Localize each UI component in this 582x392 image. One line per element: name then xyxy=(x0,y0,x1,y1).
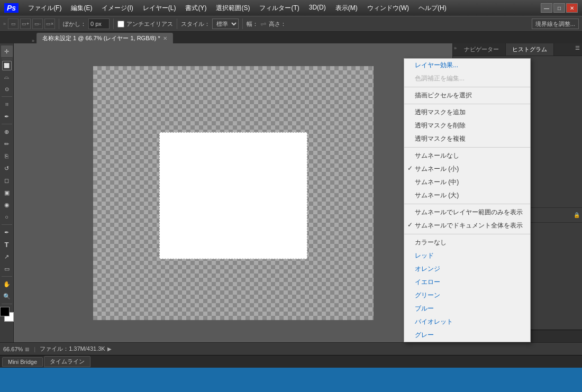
ctx-thumb-none[interactable]: サムネールなし xyxy=(404,149,530,162)
maximize-button[interactable]: □ xyxy=(553,3,565,13)
panel-expand-icon[interactable]: » xyxy=(453,43,458,56)
lasso-tool[interactable]: ⌓ xyxy=(1,71,13,83)
ctx-color-red[interactable]: レッド xyxy=(404,249,530,262)
menu-3d[interactable]: 3D(D) xyxy=(305,3,330,14)
menu-help[interactable]: ヘルプ(H) xyxy=(414,3,451,14)
add-select-icon[interactable]: ▭+ xyxy=(20,19,31,29)
gradient-tool[interactable]: ▣ xyxy=(1,187,13,198)
menu-type[interactable]: 書式(Y) xyxy=(181,3,211,14)
tab-bar: » 名称未設定 1 @ 66.7% (レイヤー 1, RGB/8) * ✕ xyxy=(0,32,582,43)
menu-edit[interactable]: 編集(E) xyxy=(67,3,96,14)
move-tool[interactable]: ✛ xyxy=(1,45,13,57)
hand-tool[interactable]: ✋ xyxy=(1,278,13,290)
tab-histogram[interactable]: ヒストグラム xyxy=(506,43,554,56)
ctx-thumb-doc-bounds[interactable]: サムネールでドキュメント全体を表示 xyxy=(404,219,530,232)
shape-tool[interactable]: ▭ xyxy=(1,263,13,275)
menu-image[interactable]: イメージ(I) xyxy=(97,3,137,14)
close-button[interactable]: ✕ xyxy=(566,3,578,13)
options-expand-icon[interactable]: » xyxy=(3,21,6,26)
tool-sep-3 xyxy=(2,124,12,124)
quick-select-tool[interactable]: ⊙ xyxy=(1,83,13,95)
menu-layer[interactable]: レイヤー(L) xyxy=(139,3,180,14)
ctx-color-blue[interactable]: ブルー xyxy=(404,302,530,315)
antialias-label: アンチエイリアス xyxy=(126,20,173,28)
zoom-level: 66.67% xyxy=(3,346,23,352)
timeline-tab[interactable]: タイムライン xyxy=(44,356,90,367)
menu-view[interactable]: 表示(M) xyxy=(331,3,362,14)
intersect-select-icon[interactable]: ▭× xyxy=(44,19,55,29)
spot-heal-tool[interactable]: ⊕ xyxy=(1,126,13,138)
menu-select[interactable]: 選択範囲(S) xyxy=(212,3,254,14)
width-swap-icon[interactable]: ⇌ xyxy=(260,20,267,28)
menu-bar: ファイル(F) 編集(E) イメージ(I) レイヤー(L) 書式(Y) 選択範囲… xyxy=(24,3,541,14)
ctx-select-pixels[interactable]: 描画ピクセルを選択 xyxy=(404,89,530,102)
type-tool[interactable]: T xyxy=(1,239,13,250)
ctx-link-mask[interactable]: 透明マスクを複複 xyxy=(404,132,530,145)
path-select-tool[interactable]: ↗ xyxy=(1,251,13,262)
sep3 xyxy=(177,19,177,29)
antialias-checkbox[interactable] xyxy=(117,21,124,28)
blur-input[interactable] xyxy=(88,19,110,29)
menu-filter[interactable]: フィルター(T) xyxy=(255,3,303,14)
panel-tab-bar: » ナビゲーター ヒストグラム ☰ xyxy=(453,43,582,56)
tool-sep-6 xyxy=(2,304,12,304)
menu-window[interactable]: ウィンドウ(W) xyxy=(363,3,413,14)
eraser-tool[interactable]: ◻ xyxy=(1,175,13,186)
color-swatch-area xyxy=(0,307,14,322)
ctx-thumb-large[interactable]: サムネール (大) xyxy=(404,189,530,202)
ctx-thumb-medium[interactable]: サムネール (中) xyxy=(404,176,530,189)
selection-shape-group: ▭ ▭+ ▭- ▭× xyxy=(8,19,55,29)
blur-tool[interactable]: ◉ xyxy=(1,199,13,211)
ctx-edit-adjustment: 色調補正を編集... xyxy=(404,72,530,85)
document-tab[interactable]: 名称未設定 1 @ 66.7% (レイヤー 1, RGB/8) * ✕ xyxy=(37,33,173,43)
tab-close-icon[interactable]: ✕ xyxy=(163,35,167,41)
height-label: 高さ： xyxy=(269,20,286,28)
mini-bridge-tab[interactable]: Mini Bridge xyxy=(2,357,43,367)
ctx-thumb-small[interactable]: サムネール (小) xyxy=(404,162,530,176)
ctx-color-green[interactable]: グリーン xyxy=(404,289,530,302)
context-menu: レイヤー効果... 色調補正を編集... 描画ピクセルを選択 透明マスクを追加 … xyxy=(404,58,531,342)
status-arrow-icon[interactable]: ▶ xyxy=(107,346,112,352)
tool-sep-2 xyxy=(2,96,12,97)
clone-stamp-tool[interactable]: ⎘ xyxy=(1,150,13,162)
lock-icon: 🔒 xyxy=(574,212,580,218)
adjust-border-button[interactable]: 境界線を調整... xyxy=(532,19,579,29)
ctx-color-none[interactable]: カラーなし xyxy=(404,236,530,249)
brush-tool[interactable]: ✏ xyxy=(1,138,13,150)
tab-expand-icon[interactable]: » xyxy=(32,38,34,43)
ctx-color-violet[interactable]: バイオレット xyxy=(404,315,530,329)
canvas-background xyxy=(93,66,374,320)
history-brush-tool[interactable]: ↺ xyxy=(1,162,13,174)
pen-tool[interactable]: ✒ xyxy=(1,226,13,238)
crop-tool[interactable]: ⌗ xyxy=(1,98,13,110)
sep1 xyxy=(59,19,59,29)
ctx-sep-3 xyxy=(404,147,530,148)
style-label: スタイル： xyxy=(181,20,210,28)
ctx-color-gray[interactable]: グレー xyxy=(404,329,530,342)
rect-select-tool[interactable]: ⬜ xyxy=(2,61,12,70)
zoom-tool[interactable]: 🔍 xyxy=(1,290,13,302)
style-select[interactable]: 標準 xyxy=(212,19,239,29)
window-controls: — □ ✕ xyxy=(541,3,578,13)
ctx-thumb-layer-bounds[interactable]: サムネールでレイヤー範囲のみを表示 xyxy=(404,206,530,219)
bottom-tab-bar: Mini Bridge タイムライン xyxy=(0,355,582,368)
ctx-add-mask[interactable]: 透明マスクを追加 xyxy=(404,106,530,119)
ctx-color-yellow[interactable]: イエロー xyxy=(404,276,530,289)
menu-file[interactable]: ファイル(F) xyxy=(24,3,66,14)
file-info: ファイル：1.37M/431.3K xyxy=(40,345,105,353)
blur-label: ぼかし： xyxy=(63,20,86,28)
tool-sep-5 xyxy=(2,276,12,277)
sub-select-icon[interactable]: ▭- xyxy=(32,19,43,29)
tab-navigator[interactable]: ナビゲーター xyxy=(458,43,506,56)
layer-content xyxy=(159,132,307,259)
ctx-delete-mask[interactable]: 透明マスクを削除 xyxy=(404,119,530,132)
panel-menu-icon[interactable]: ☰ xyxy=(575,45,580,51)
ctx-color-orange[interactable]: オレンジ xyxy=(404,262,530,276)
rect-select-icon[interactable]: ▭ xyxy=(8,19,19,29)
minimize-button[interactable]: — xyxy=(541,3,552,13)
eyedropper-tool[interactable]: ✒ xyxy=(1,111,13,122)
ctx-sep-1 xyxy=(404,87,530,87)
ctx-layer-effects[interactable]: レイヤー効果... xyxy=(404,59,530,72)
foreground-color-swatch[interactable] xyxy=(0,307,10,316)
dodge-tool[interactable]: ○ xyxy=(1,211,13,223)
